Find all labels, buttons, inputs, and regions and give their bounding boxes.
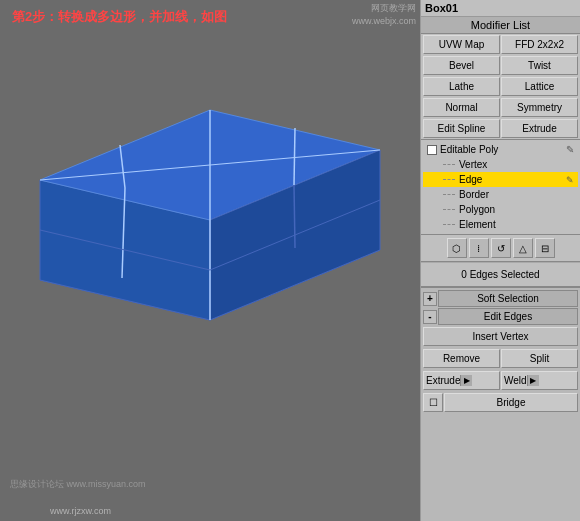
dash-line xyxy=(443,179,455,180)
ep-pin-icon: ✎ xyxy=(566,144,574,155)
edit-edges-row: - Edit Edges xyxy=(423,308,578,325)
dash-line xyxy=(443,194,455,195)
editable-poly-label: Editable Poly xyxy=(440,144,498,155)
element-label: Element xyxy=(459,219,496,230)
ep-checkbox xyxy=(427,145,437,155)
bridge-button[interactable]: Bridge xyxy=(444,393,578,412)
status-text: 0 Edges Selected xyxy=(421,262,580,286)
vertex-label: Vertex xyxy=(459,159,487,170)
lathe-button[interactable]: Lathe xyxy=(423,77,500,96)
soft-selection-toggle[interactable]: + xyxy=(423,292,437,306)
select-icon[interactable]: ⬡ xyxy=(447,238,467,258)
symmetry-button[interactable]: Symmetry xyxy=(501,98,578,117)
modifier-list-label: Modifier List xyxy=(421,17,580,34)
remove-button[interactable]: Remove xyxy=(423,349,500,368)
scale-icon[interactable]: △ xyxy=(513,238,533,258)
soft-selection-label[interactable]: Soft Selection xyxy=(438,290,578,307)
dash-line xyxy=(443,164,455,165)
dash-line xyxy=(443,224,455,225)
step-label: 第2步：转换成多边形，并加线，如图 xyxy=(12,8,227,26)
object-name: Box01 xyxy=(421,0,580,17)
icon-toolbar: ⬡ ⁞ ↺ △ ⊟ xyxy=(421,234,580,262)
loop-icon[interactable]: ⊟ xyxy=(535,238,555,258)
insert-vertex-button[interactable]: Insert Vertex xyxy=(423,327,578,346)
sub-element[interactable]: Element xyxy=(423,217,578,232)
dash-line xyxy=(443,209,455,210)
edit-edges-toggle[interactable]: - xyxy=(423,310,437,324)
edit-edges-label[interactable]: Edit Edges xyxy=(438,308,578,325)
sub-polygon[interactable]: Polygon xyxy=(423,202,578,217)
normal-button[interactable]: Normal xyxy=(423,98,500,117)
btn-row-1: UVW Map FFD 2x2x2 xyxy=(421,34,580,55)
border-label: Border xyxy=(459,189,489,200)
edge-arrow-icon: ✎ xyxy=(566,175,574,185)
sub-border[interactable]: Border xyxy=(423,187,578,202)
rotate-icon[interactable]: ↺ xyxy=(491,238,511,258)
extrude-button[interactable]: Extrude ▶ xyxy=(423,371,500,390)
extrude-arrow-icon[interactable]: ▶ xyxy=(460,375,472,386)
bridge-checkbox[interactable]: ☐ xyxy=(423,393,443,412)
bottom-section: + Soft Selection - Edit Edges Insert Ver… xyxy=(421,286,580,521)
bevel-button[interactable]: Bevel xyxy=(423,56,500,75)
right-panel: Box01 Modifier List UVW Map FFD 2x2x2 Be… xyxy=(420,0,580,521)
editable-poly-header[interactable]: Editable Poly ✎ xyxy=(423,142,578,157)
watermark-bottom: 思缘设计论坛 www.missyuan.com xyxy=(10,478,146,491)
ffd-button[interactable]: FFD 2x2x2 xyxy=(501,35,578,54)
bridge-row: ☐ Bridge xyxy=(423,393,578,412)
uvw-map-button[interactable]: UVW Map xyxy=(423,35,500,54)
sub-edge[interactable]: Edge ✎ xyxy=(423,172,578,187)
sub-vertex[interactable]: Vertex xyxy=(423,157,578,172)
btn-row-4: Normal Symmetry xyxy=(421,97,580,118)
svg-line-6 xyxy=(294,128,295,185)
3d-box xyxy=(10,50,390,330)
bottom-watermark: www.rjzxw.com xyxy=(50,506,111,516)
twist-button[interactable]: Twist xyxy=(501,56,578,75)
btn-row-5: Edit Spline Extrude xyxy=(421,118,580,139)
polygon-label: Polygon xyxy=(459,204,495,215)
split-button[interactable]: Split xyxy=(501,349,578,368)
remove-split-row: Remove Split xyxy=(423,349,578,368)
edge-label: Edge xyxy=(459,174,482,185)
extrude-modifier-button[interactable]: Extrude xyxy=(501,119,578,138)
weld-button[interactable]: Weld ▶ xyxy=(501,371,578,390)
edit-spline-button[interactable]: Edit Spline xyxy=(423,119,500,138)
btn-row-3: Lathe Lattice xyxy=(421,76,580,97)
watermark-top: 网页教学网 www.webjx.com xyxy=(348,0,420,29)
editable-poly-section: Editable Poly ✎ Vertex Edge ✎ Border Pol… xyxy=(421,139,580,234)
extrude-weld-row: Extrude ▶ Weld ▶ xyxy=(423,371,578,390)
btn-row-2: Bevel Twist xyxy=(421,55,580,76)
viewport: 第2步：转换成多边形，并加线，如图 网页教学网 www.webjx.com 思缘… xyxy=(0,0,420,521)
weld-arrow-icon[interactable]: ▶ xyxy=(527,375,539,386)
lattice-button[interactable]: Lattice xyxy=(501,77,578,96)
soft-selection-row: + Soft Selection xyxy=(423,290,578,307)
move-icon[interactable]: ⁞ xyxy=(469,238,489,258)
svg-line-11 xyxy=(294,185,295,248)
